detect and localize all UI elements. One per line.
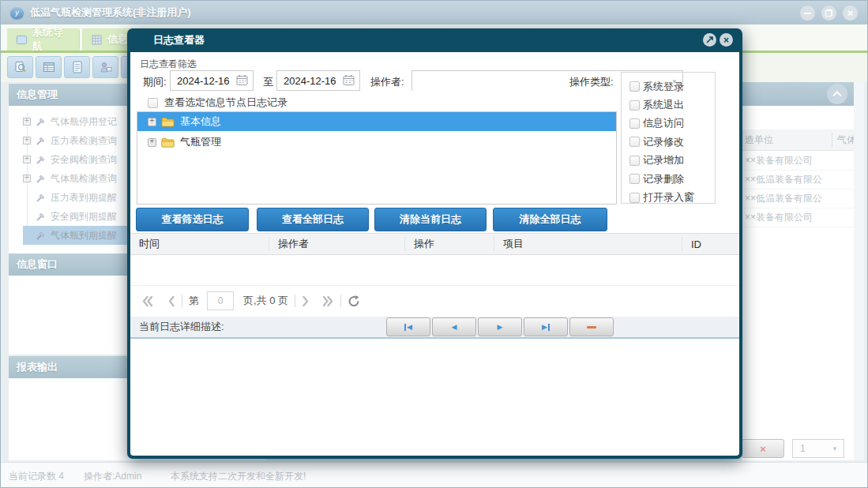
optype-item-label: 信息访问	[643, 116, 684, 130]
next-page-button[interactable]	[302, 295, 310, 307]
node-filter-checkbox-row[interactable]: 查看选定信息节点日志记录	[141, 96, 287, 110]
checkbox[interactable]	[629, 118, 640, 129]
minimize-button[interactable]	[800, 6, 815, 21]
optype-open-entry-window[interactable]: 打开录入窗	[626, 188, 715, 206]
checkbox[interactable]	[629, 174, 640, 184]
expand-icon[interactable]	[148, 118, 156, 126]
maximize-icon	[706, 36, 713, 43]
clear-current-logs-button[interactable]: 清除当前日志	[374, 208, 487, 231]
tab-system-nav[interactable]: 系统导航	[7, 28, 80, 51]
right-table-header: 造单位 气体排	[742, 130, 854, 151]
node-icon	[36, 212, 46, 222]
triangle-left-icon: ◀	[407, 324, 412, 331]
tab-separator	[79, 31, 80, 48]
node-icon	[36, 174, 46, 184]
table-icon	[43, 61, 55, 73]
table-row[interactable]: ××低温装备有限公	[742, 190, 854, 208]
pager-divider	[182, 295, 182, 307]
optype-system-logout[interactable]: 系统退出	[626, 96, 715, 114]
column-operator: 操作者	[269, 237, 405, 251]
node-icon	[36, 193, 46, 203]
first-page-button[interactable]	[141, 295, 154, 307]
node-icon	[36, 231, 46, 241]
calendar-icon[interactable]	[236, 74, 248, 88]
restore-button[interactable]	[821, 6, 836, 21]
checkbox[interactable]	[629, 156, 640, 166]
search-icon	[14, 61, 27, 73]
table-view-button[interactable]	[36, 56, 62, 78]
pager-divider	[340, 295, 341, 307]
optype-item-label: 系统退出	[643, 98, 684, 112]
dialog-close-button[interactable]: ×	[720, 33, 733, 47]
close-window-button[interactable]: ×	[843, 6, 858, 21]
optype-item-label: 打开录入窗	[643, 190, 694, 205]
optype-item-label: 记录增加	[643, 153, 684, 167]
cell-manufacturer: ××低温装备有限公	[745, 192, 822, 205]
titlebar: y 低温气瓶检测管理系统(非注册用户) ×	[1, 1, 868, 24]
log-table-header: 时间 操作者 操作 项目 ID	[130, 233, 739, 255]
dialog-maximize-button[interactable]	[703, 33, 716, 47]
sidebar-item-label: 气体瓶检测查询	[51, 172, 117, 186]
node-icon	[36, 155, 46, 165]
view-filtered-logs-button[interactable]: 查看筛选日志	[136, 208, 249, 231]
tree-item-basic-info[interactable]: 基本信息	[137, 112, 616, 131]
clear-all-logs-button[interactable]: 清除全部日志	[493, 208, 607, 231]
column-time: 时间	[130, 237, 269, 251]
app-icon: y	[10, 7, 24, 19]
checkbox[interactable]	[629, 100, 640, 111]
first-record-button[interactable]: ◀	[386, 317, 430, 336]
expand-icon[interactable]	[23, 118, 31, 126]
refresh-button[interactable]	[348, 295, 361, 308]
column-project: 项目	[494, 237, 682, 251]
window-title: 低温气瓶检测管理系统(非注册用户)	[30, 6, 191, 20]
page-size-select[interactable]: 1 ▼	[792, 439, 844, 458]
expand-icon[interactable]	[23, 137, 31, 145]
last-page-button[interactable]	[321, 295, 334, 307]
refresh-icon	[348, 295, 361, 308]
prev-record-button[interactable]: ◀	[432, 317, 476, 336]
tree-item-cylinder-mgmt[interactable]: 气瓶管理	[137, 133, 616, 152]
checkbox[interactable]	[629, 137, 640, 147]
column-operation: 操作	[405, 237, 494, 251]
optype-record-delete[interactable]: 记录删除	[626, 170, 715, 188]
status-record-count: 当前记录数 4	[9, 470, 64, 483]
optype-info-access[interactable]: 信息访问	[626, 114, 715, 133]
document-button[interactable]	[64, 56, 90, 78]
checkbox[interactable]	[148, 98, 158, 108]
clear-filter-button[interactable]: ×	[742, 439, 784, 458]
minimize-icon	[804, 13, 811, 14]
optype-item-label: 记录删除	[643, 172, 684, 186]
node-icon	[36, 117, 46, 127]
dialog-titlebar[interactable]: 日志查看器 ×	[130, 28, 739, 52]
table-row[interactable]: ××低温装备有限公	[742, 171, 854, 190]
pager-divider	[295, 295, 295, 307]
optype-record-modify[interactable]: 记录修改	[626, 133, 715, 151]
page-number-input[interactable]	[207, 291, 234, 310]
folder-icon	[161, 117, 175, 127]
tab-label: 系统导航	[32, 25, 70, 54]
page-size-value: 1	[800, 443, 806, 454]
prev-page-button[interactable]	[167, 295, 175, 307]
view-all-logs-button[interactable]: 查看全部日志	[257, 208, 369, 231]
optype-record-add[interactable]: 记录增加	[626, 152, 715, 170]
search-button[interactable]	[7, 56, 33, 78]
checkbox[interactable]	[629, 81, 640, 92]
app-window: y 低温气瓶检测管理系统(非注册用户) × 系统导航 信息	[0, 0, 868, 488]
user-button[interactable]	[92, 56, 118, 78]
optype-system-login[interactable]: 系统登录	[626, 77, 715, 96]
expand-icon[interactable]	[23, 175, 31, 182]
collapse-panel-button[interactable]	[827, 84, 847, 104]
expand-icon[interactable]	[148, 138, 156, 147]
calendar-icon[interactable]	[343, 74, 355, 88]
delete-record-button[interactable]	[569, 317, 614, 336]
user-icon	[100, 61, 112, 73]
expand-icon[interactable]	[23, 156, 31, 163]
checkbox[interactable]	[629, 193, 640, 203]
table-row[interactable]: ××装备有限公司	[742, 208, 854, 227]
last-record-button[interactable]: ▶	[524, 317, 568, 336]
next-record-button[interactable]: ▶	[478, 317, 522, 336]
log-detail-row: 当前日志详细描述: ◀ ◀ ▶ ▶	[130, 317, 739, 339]
table-row[interactable]: ××装备有限公司	[742, 152, 854, 171]
status-message: 本系统支持二次开发和全新开发!	[171, 470, 306, 483]
button-label: 查看筛选日志	[162, 212, 224, 227]
